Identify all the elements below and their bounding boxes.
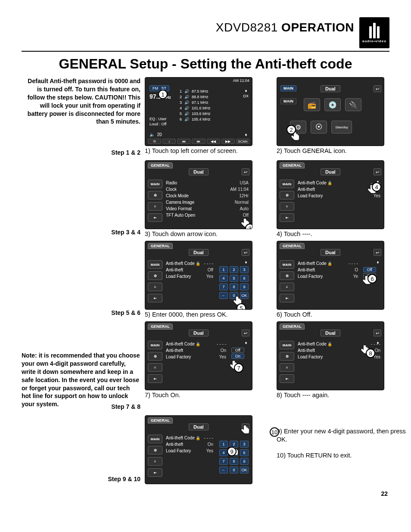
- screenshot-step7: GENERAL Dual ↩ MAIN ⚙ ≡ ⇤ Anti-theft Cod…: [145, 321, 252, 390]
- screenshot-step2: MAIN Dual ↩ MAIN 📻 💿 🔌 ⚙ ⦿ Standby 2: [277, 77, 384, 146]
- bottom-buttons: ⟲♪⏮⏭◀◀▶▶SCAN: [148, 139, 249, 144]
- band: FM: [153, 86, 158, 90]
- side-main: MAIN: [148, 260, 162, 269]
- up-arrow-icon: ♦: [243, 340, 249, 345]
- dual-badge: Dual: [189, 168, 209, 175]
- return-icon: ↩: [374, 330, 381, 336]
- hand-icon-return: [239, 424, 251, 436]
- general-tab: GENERAL: [280, 324, 305, 330]
- side-exit-icon: ⇤: [280, 294, 294, 302]
- dual-logo: audio•video: [359, 17, 389, 48]
- preset-list: 1🔊87.5 MHz 2🔊88.8 MHz 3🔊97.1 MHz 4🔊101.6…: [180, 89, 211, 122]
- eq-info: EQ : UserLoud : Off: [149, 116, 167, 127]
- side-main: MAIN: [148, 180, 162, 188]
- source-icon-1: 📻: [304, 98, 320, 111]
- settings-list: Anti-theft Code- - - - Anti-theftOn Load…: [166, 435, 213, 454]
- side-eq-icon: ≡: [280, 283, 294, 291]
- marker-6: 6: [367, 274, 377, 283]
- caption-1: 1) Touch top left corner of screen.: [145, 147, 274, 154]
- side-main: MAIN: [148, 341, 162, 349]
- side-main: MAIN: [280, 341, 294, 349]
- screenshot-step4: GENERAL Dual ↩ MAIN ⚙ ≡ ⇤ Anti-theft Cod…: [277, 160, 384, 229]
- settings-list: Anti-theft Code- - - - Anti-theftO Load …: [298, 260, 358, 280]
- caption-3: 3) Touch down arrow icon.: [145, 230, 274, 237]
- up-arrow-icon: ♦: [243, 88, 249, 93]
- general-tab: GENERAL: [148, 243, 173, 249]
- marker-5: 5: [237, 303, 246, 310]
- caption-5: 5) Enter 0000, then press OK.: [145, 311, 274, 318]
- step-label-56: Step 5 & 6: [22, 309, 142, 318]
- side-gear-icon: ⚙: [148, 446, 162, 454]
- marker-8: 8: [366, 348, 375, 358]
- dual-badge: Dual: [189, 423, 209, 430]
- side-eq-icon: ≡: [148, 202, 162, 211]
- lock-icon: [327, 261, 332, 266]
- volume: 🔈 20: [149, 132, 162, 137]
- settings-list: Anti-theft Code- - - - Anti-theftOn Load…: [166, 341, 226, 360]
- caption-10: 10) Touch RETURN to exit.: [277, 451, 406, 460]
- dual-badge: Dual: [189, 330, 209, 336]
- side-exit-icon: ⇤: [148, 374, 162, 383]
- standby-icon: Standby: [331, 121, 352, 134]
- option-off[interactable]: Off: [363, 267, 376, 272]
- side-gear-icon: ⚙: [148, 352, 162, 361]
- caption-4: 4) Touch ----.: [277, 230, 406, 237]
- step-label-12: Step 1 & 2: [22, 149, 142, 158]
- keypad[interactable]: 123 456 789 ←0OK: [219, 266, 249, 299]
- step-label-910: Step 9 & 10: [22, 476, 142, 484]
- caption-2: 2) Touch GENERAL icon.: [277, 147, 406, 154]
- side-eq-icon: ≡: [148, 283, 162, 291]
- return-icon: ↩: [374, 168, 381, 175]
- logo-subtext: audio•video: [362, 39, 386, 43]
- page-header: XDVD8281 OPERATION: [216, 17, 354, 34]
- dual-badge: Dual: [189, 249, 209, 256]
- screenshot-step5: GENERAL Dual ↩ MAIN ⚙ ≡ ⇤ Anti-theft Cod…: [145, 241, 252, 310]
- side-eq-icon: ≡: [148, 363, 162, 372]
- option-on[interactable]: On: [231, 354, 244, 359]
- marker-2: 2: [286, 125, 296, 134]
- page-title: GENERAL Setup - Setting the Anti-theft c…: [22, 56, 389, 72]
- general-tab: GENERAL: [148, 324, 173, 330]
- up-arrow-icon: ♦: [243, 259, 249, 264]
- lock-icon: [195, 436, 200, 440]
- screenshot-step9: GENERAL Dual ↩ MAIN ⚙ ≡ ⇤ Anti-theft Cod…: [145, 415, 252, 484]
- screenshot-step6: GENERAL Dual ↩ MAIN ⚙ ≡ ⇤ Anti-theft Cod…: [277, 241, 384, 310]
- side-gear-icon: ⚙: [280, 352, 294, 361]
- side-eq-icon: ≡: [148, 457, 162, 466]
- side-main: MAIN: [280, 180, 294, 188]
- dual-badge: Dual: [321, 249, 340, 256]
- general-tab: GENERAL: [148, 417, 173, 423]
- marker-7: 7: [234, 363, 243, 373]
- side-exit-icon: ⇤: [280, 374, 294, 383]
- dual-badge: Dual: [321, 85, 340, 92]
- return-icon: ↩: [374, 249, 381, 256]
- down-arrow-icon: ♦: [243, 132, 249, 137]
- intro-text: Default Anti-theft password is 0000 and …: [22, 77, 142, 126]
- step-label-78: Step 7 & 8: [22, 403, 142, 412]
- side-eq-icon: ≡: [280, 202, 294, 211]
- caption-9: 9) Enter your new 4-digit password, then…: [277, 427, 406, 444]
- screenshot-step1: AM 11:04 FM ST 97.1 MHz DX 1🔊87.5 MHz 2🔊…: [145, 77, 252, 146]
- settings-list: Anti-theft Code- - - - Anti-theftOff Loa…: [166, 260, 213, 280]
- marker-4: 4: [372, 182, 381, 192]
- return-icon: ↩: [242, 168, 249, 175]
- option-off[interactable]: Off: [231, 348, 244, 353]
- lock-icon: [327, 342, 332, 346]
- up-arrow-icon: ♦: [375, 340, 380, 345]
- operation-label: OPERATION: [281, 21, 354, 34]
- dx-indicator: DX: [243, 94, 249, 98]
- disc-setup-icon: ⦿: [311, 121, 327, 134]
- general-tab: GENERAL: [148, 162, 173, 168]
- sub-main: MAIN: [280, 98, 296, 104]
- lock-icon: [195, 261, 200, 266]
- caption-7: 7) Touch On.: [145, 392, 274, 398]
- step-label-34: Step 3 & 4: [22, 229, 142, 237]
- lock-icon: [195, 342, 200, 346]
- screenshot-step3: GENERAL Dual ↩ MAIN ⚙ ≡ ⇤ RadioUSA Clock…: [145, 160, 252, 229]
- up-arrow-icon: ♦: [375, 259, 380, 264]
- screenshot-step8: GENERAL Dual ↩ MAIN ⚙ ≡ ⇤ Anti-theft Cod…: [277, 321, 384, 390]
- side-main: MAIN: [148, 435, 162, 443]
- note-text: Note: it is recommended that you choose …: [22, 352, 140, 408]
- side-exit-icon: ⇤: [280, 213, 294, 222]
- marker-3: 3: [245, 224, 252, 229]
